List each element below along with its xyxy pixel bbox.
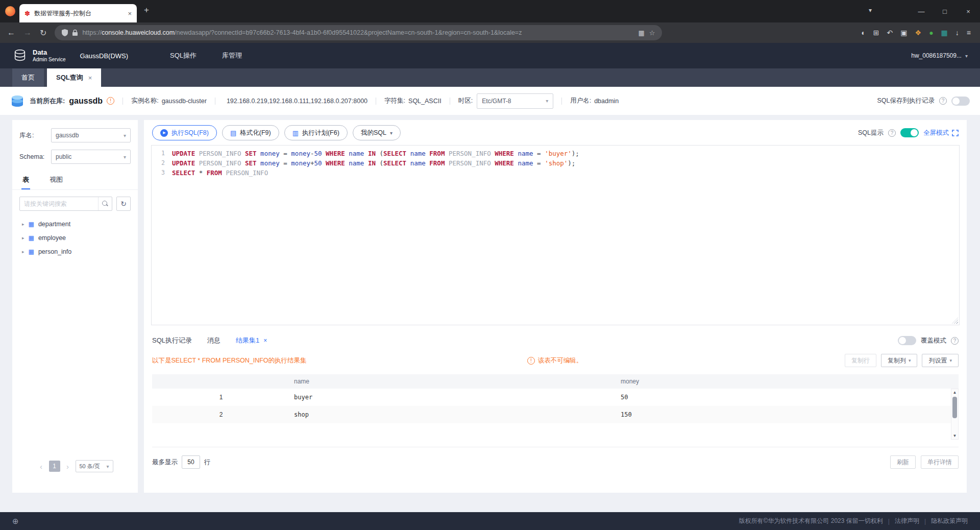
tree-item-department[interactable]: ▸▦department: [12, 217, 138, 231]
results-message-row: 以下是SELECT * FROM PERSON_INFO的执行结果集 ! 该表不…: [152, 353, 959, 368]
back-button[interactable]: ←: [7, 28, 15, 37]
favorite-star-icon[interactable]: ☆: [649, 29, 655, 37]
forward-button[interactable]: →: [23, 28, 32, 37]
history-undo-icon[interactable]: ↶: [887, 29, 893, 37]
refresh-results-button[interactable]: 刷新: [890, 455, 916, 469]
refresh-tables-button[interactable]: ↻: [116, 197, 131, 211]
browser-menu-icon[interactable]: ≡: [967, 29, 971, 37]
run-sql-button[interactable]: ▶ 执行SQL(F8): [152, 125, 217, 140]
editor-resize-handle[interactable]: [952, 318, 958, 324]
column-header-name[interactable]: name: [290, 378, 617, 385]
url-bar[interactable]: https://console.huaweicloud.com/newdasap…: [55, 25, 662, 40]
close-resultset-icon[interactable]: ×: [263, 337, 267, 344]
window-minimize-button[interactable]: —: [910, 8, 933, 15]
current-db-value: gaussdb: [69, 97, 103, 106]
table-scrollbar[interactable]: ▲ ▼: [951, 389, 959, 440]
prev-page-icon[interactable]: ‹: [37, 462, 45, 471]
execution-plan-icon: ▥: [292, 129, 299, 137]
table-search-input[interactable]: [20, 200, 98, 207]
max-rows-input[interactable]: 50: [182, 455, 200, 469]
table-row[interactable]: 2shop150: [152, 406, 959, 423]
lock-icon[interactable]: [72, 30, 78, 36]
page-number-button[interactable]: 1: [49, 461, 60, 472]
pagination: ‹ 1 › 50 条/页 ▾: [12, 460, 138, 472]
column-header-money[interactable]: money: [617, 378, 959, 385]
teal-extension-icon[interactable]: ▦: [941, 29, 948, 37]
new-tab-button[interactable]: +: [144, 5, 149, 15]
copy-column-button[interactable]: 复制列 ▾: [881, 354, 918, 367]
table-row[interactable]: 1buyer50: [152, 389, 959, 406]
my-sql-button[interactable]: 我的SQL ▾: [353, 125, 401, 140]
colorful-extension-icon[interactable]: ❖: [915, 29, 922, 37]
page-size-select[interactable]: 50 条/页 ▾: [76, 460, 113, 472]
column-settings-button[interactable]: 列设置 ▾: [922, 354, 959, 367]
not-editable-warning: ! 该表不可编辑。: [523, 356, 583, 365]
account-menu[interactable]: hw_0086187509... ▾: [911, 52, 968, 59]
close-sql-tab-icon[interactable]: ×: [88, 74, 92, 82]
overwrite-mode-toggle[interactable]: [898, 336, 916, 345]
reload-button[interactable]: ↻: [40, 28, 46, 38]
chevron-down-icon: ▾: [546, 98, 548, 104]
result-table-body: 1buyer502shop150 ▲ ▼: [152, 389, 959, 447]
tree-item-employee[interactable]: ▸▦employee: [12, 231, 138, 245]
db-info-icon[interactable]: !: [107, 97, 114, 105]
results-tab-bar: SQL执行记录 消息 结果集1 × 覆盖模式 ?: [152, 331, 959, 350]
scroll-down-icon[interactable]: ▼: [953, 432, 957, 439]
account-name: hw_0086187509...: [911, 52, 962, 59]
menu-database-management[interactable]: 库管理: [222, 51, 242, 60]
green-extension-icon[interactable]: ●: [929, 29, 933, 37]
expand-caret-icon[interactable]: ▸: [22, 222, 24, 227]
screenshot-icon[interactable]: ⊞: [873, 29, 879, 37]
tracking-shield-icon[interactable]: [62, 29, 68, 36]
timezone-select[interactable]: Etc/GMT-8 ▾: [477, 93, 553, 109]
save-record-toggle[interactable]: [951, 97, 970, 106]
huawei-logo-icon: ✽: [24, 10, 30, 17]
tab-close-icon[interactable]: ×: [128, 10, 132, 17]
downloads-icon[interactable]: ↓: [955, 29, 959, 37]
fullscreen-button[interactable]: 全屏模式: [923, 129, 959, 137]
timezone-label: 时区:: [458, 97, 473, 105]
sql-editor[interactable]: 1UPDATE PERSON_INFO SET money = money-50…: [151, 145, 960, 325]
badge-icon[interactable]: ◐: [861, 29, 865, 37]
browser-toolbar: ← → ↻ https://console.huaweicloud.com/ne…: [0, 22, 980, 43]
legal-notice-link[interactable]: 法律声明: [895, 517, 919, 525]
tree-item-person_info[interactable]: ▸▦person_info: [12, 245, 138, 258]
browser-tab[interactable]: ✽ 数据管理服务-控制台 ×: [19, 4, 137, 22]
schema-select[interactable]: public ▾: [51, 150, 131, 164]
save-record-help-icon[interactable]: ?: [939, 97, 947, 105]
expand-caret-icon[interactable]: ▸: [22, 235, 24, 240]
scrollbar-thumb[interactable]: [952, 397, 957, 418]
next-page-icon[interactable]: ›: [64, 462, 72, 471]
menu-sql-operations[interactable]: SQL操作: [170, 51, 197, 60]
window-maximize-button[interactable]: □: [933, 8, 957, 15]
tab-sql-query[interactable]: SQL查询 ×: [47, 68, 101, 87]
sql-tip-help-icon[interactable]: ?: [888, 129, 896, 137]
tab-search-caret-icon[interactable]: ▾: [869, 7, 872, 14]
notes-extension-icon[interactable]: ▣: [900, 29, 907, 37]
search-button[interactable]: [98, 197, 112, 210]
row-detail-button[interactable]: 单行详情: [921, 455, 959, 469]
sql-tip-toggle[interactable]: [900, 128, 919, 137]
tab-messages[interactable]: 消息: [207, 336, 220, 345]
qr-code-icon[interactable]: ▦: [638, 29, 644, 37]
browser-profile-avatar[interactable]: [5, 6, 15, 16]
database-icon: [10, 94, 24, 108]
sql-tip-label: SQL提示: [858, 129, 884, 137]
expand-caret-icon[interactable]: ▸: [22, 249, 24, 254]
globe-icon[interactable]: ⊕: [12, 517, 19, 526]
tab-sql-history[interactable]: SQL执行记录: [152, 336, 192, 345]
scroll-up-icon[interactable]: ▲: [953, 389, 957, 396]
username-value: dbadmin: [594, 98, 619, 105]
divider: [215, 98, 215, 105]
overwrite-help-icon[interactable]: ?: [951, 337, 959, 345]
copy-row-button[interactable]: 复制行: [845, 354, 876, 367]
format-sql-button[interactable]: ▤ 格式化(F9): [222, 125, 279, 140]
privacy-policy-link[interactable]: 隐私政策声明: [931, 517, 968, 525]
window-close-button[interactable]: ×: [957, 8, 980, 15]
tab-resultset-1[interactable]: 结果集1 ×: [236, 336, 267, 345]
execution-plan-button[interactable]: ▥ 执行计划(F6): [284, 125, 348, 140]
tab-tables[interactable]: 表: [21, 172, 30, 189]
tab-views[interactable]: 视图: [48, 172, 64, 189]
database-select[interactable]: gaussdb ▾: [51, 128, 131, 142]
tab-home[interactable]: 首页: [12, 68, 44, 87]
